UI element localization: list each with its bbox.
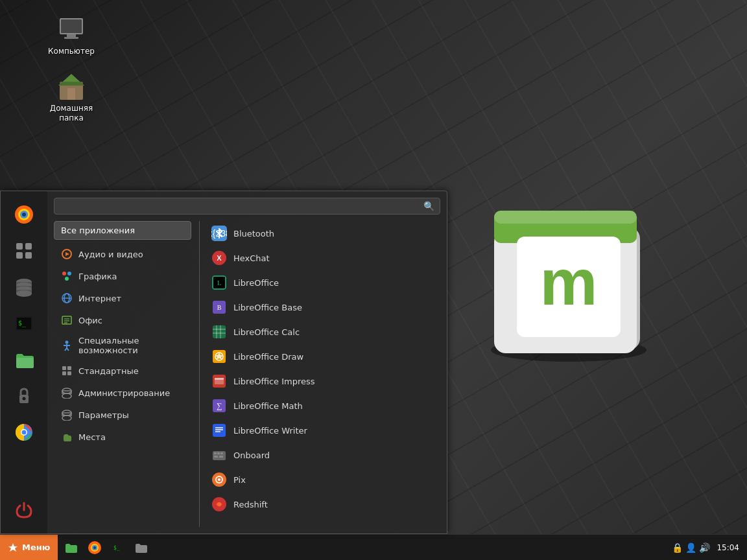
sidebar-btn-files[interactable] <box>7 343 41 377</box>
svg-rect-22 <box>25 252 32 259</box>
places-icon <box>60 430 73 443</box>
app-libreimpress-label: LibreOffice Impress <box>233 377 315 386</box>
category-internet[interactable]: Интернет <box>54 288 191 309</box>
svg-point-35 <box>23 397 26 401</box>
category-places[interactable]: Места <box>54 426 191 447</box>
svg-point-63 <box>62 393 71 399</box>
category-office-label: Офис <box>78 316 102 325</box>
svg-text:∑: ∑ <box>217 401 222 410</box>
app-redshift[interactable]: Redshift <box>205 492 440 517</box>
office-icon <box>60 314 73 327</box>
taskbar-app-files2[interactable] <box>130 537 152 559</box>
sidebar-btn-lock[interactable] <box>7 379 41 413</box>
svg-text:B: B <box>217 304 222 311</box>
onboard-icon <box>211 447 227 463</box>
app-libremath[interactable]: ∑ LibreOffice Math <box>205 393 440 418</box>
category-media[interactable]: Аудио и видео <box>54 244 191 264</box>
svg-point-66 <box>62 415 71 421</box>
start-sidebar: $_ <box>1 191 47 533</box>
svg-rect-8 <box>61 19 82 33</box>
librebase-icon: B <box>211 299 227 315</box>
category-media-label: Аудио и видео <box>78 250 143 259</box>
volume-icon[interactable]: 🔊 <box>699 542 710 553</box>
taskbar-right: 🔒 👤 🔊 15:04 <box>672 542 747 553</box>
bluetooth-icon: &#x{2387}; <box>211 226 227 241</box>
app-librewriter[interactable]: LibreOffice Writer <box>205 418 440 443</box>
svg-text:$_: $_ <box>18 320 27 327</box>
desktop-icon-computer[interactable]: Компьютер <box>45 13 97 57</box>
hexchat-icon: X <box>211 250 227 266</box>
settings-icon <box>60 408 73 421</box>
svg-point-18 <box>22 213 26 216</box>
taskbar-app-firefox[interactable] <box>84 537 106 559</box>
clock: 15:04 <box>714 543 742 552</box>
svg-rect-76 <box>213 325 226 338</box>
sidebar-btn-firefox[interactable] <box>7 198 41 231</box>
app-libremath-label: LibreOffice Math <box>233 401 303 411</box>
svg-rect-6 <box>494 211 637 224</box>
app-librecalc[interactable]: LibreOffice Calc <box>205 320 440 344</box>
svg-rect-59 <box>62 371 66 375</box>
category-all-apps[interactable]: Все приложения <box>54 221 191 240</box>
redshift-icon <box>211 496 227 512</box>
computer-icon <box>56 13 87 44</box>
sidebar-btn-power[interactable] <box>7 493 41 527</box>
taskbar-app-files-green[interactable] <box>60 537 82 559</box>
start-menu-icon <box>8 542 18 553</box>
app-onboard[interactable]: Onboard <box>205 443 440 467</box>
category-admin[interactable]: Администрирование <box>54 382 191 403</box>
systray: 🔒 👤 🔊 <box>672 542 710 553</box>
app-bluetooth-label: Bluetooth <box>233 229 274 239</box>
app-libreoffice[interactable]: L LibreOffice <box>205 270 440 295</box>
svg-rect-13 <box>67 88 75 100</box>
svg-marker-105 <box>8 543 18 552</box>
category-standard[interactable]: Стандартные <box>54 360 191 381</box>
app-hexchat[interactable]: X HexChat <box>205 246 440 270</box>
app-libredraw-label: LibreOffice Draw <box>233 352 303 362</box>
desktop: m Компьютер <box>0 0 747 560</box>
sidebar-btn-apps[interactable] <box>7 234 41 268</box>
category-accessibility[interactable]: Специальные возможности <box>54 332 191 359</box>
app-libredraw[interactable]: LibreOffice Draw <box>205 344 440 369</box>
svg-point-102 <box>218 478 220 481</box>
start-menu: $_ <box>0 191 447 534</box>
app-hexchat-label: HexChat <box>233 253 270 263</box>
app-libreoffice-label: LibreOffice <box>233 278 279 288</box>
svg-rect-97 <box>214 456 218 458</box>
sidebar-btn-storage[interactable] <box>7 270 41 304</box>
svg-text:$_: $_ <box>113 545 120 551</box>
category-graphics[interactable]: Графика <box>54 266 191 286</box>
category-admin-label: Администрирование <box>78 388 170 398</box>
app-libreimpress[interactable]: LibreOffice Impress <box>205 369 440 393</box>
taskbar-apps: $_ <box>58 535 152 561</box>
librewriter-icon <box>211 423 227 438</box>
start-button[interactable]: Меню <box>0 535 58 561</box>
svg-text:X: X <box>217 254 222 262</box>
libreoffice-icon: L <box>211 275 227 290</box>
taskbar-app-terminal[interactable]: $_ <box>107 537 129 559</box>
categories-panel: Все приложения Аудио и видео <box>54 221 196 527</box>
svg-point-109 <box>93 546 96 549</box>
internet-icon <box>60 292 73 305</box>
apps-panel: &#x{2387}; Bluetooth X <box>202 221 440 527</box>
app-onboard-label: Onboard <box>233 450 270 460</box>
search-input[interactable] <box>60 202 423 211</box>
libreimpress-icon <box>211 373 227 389</box>
sidebar-btn-google[interactable] <box>7 415 41 449</box>
category-settings[interactable]: Параметры <box>54 404 191 425</box>
app-bluetooth[interactable]: &#x{2387}; Bluetooth <box>205 221 440 246</box>
svg-point-104 <box>217 502 221 506</box>
sidebar-btn-terminal[interactable]: $_ <box>7 307 41 340</box>
taskbar: Меню $_ <box>0 534 747 560</box>
category-office[interactable]: Офис <box>54 310 191 331</box>
app-librebase[interactable]: B LibreOffice Base <box>205 295 440 320</box>
network-icon[interactable]: 🔒 <box>672 542 683 553</box>
svg-rect-94 <box>214 452 217 454</box>
app-librebase-label: LibreOffice Base <box>233 303 302 312</box>
app-pix[interactable]: Pix <box>205 467 440 492</box>
desktop-icon-home[interactable]: Домашняя папка <box>45 70 97 124</box>
mint-logo-area: m <box>423 78 715 467</box>
home-icon <box>56 70 87 101</box>
user-icon[interactable]: 👤 <box>685 542 696 553</box>
search-bar: 🔍 <box>54 198 440 215</box>
